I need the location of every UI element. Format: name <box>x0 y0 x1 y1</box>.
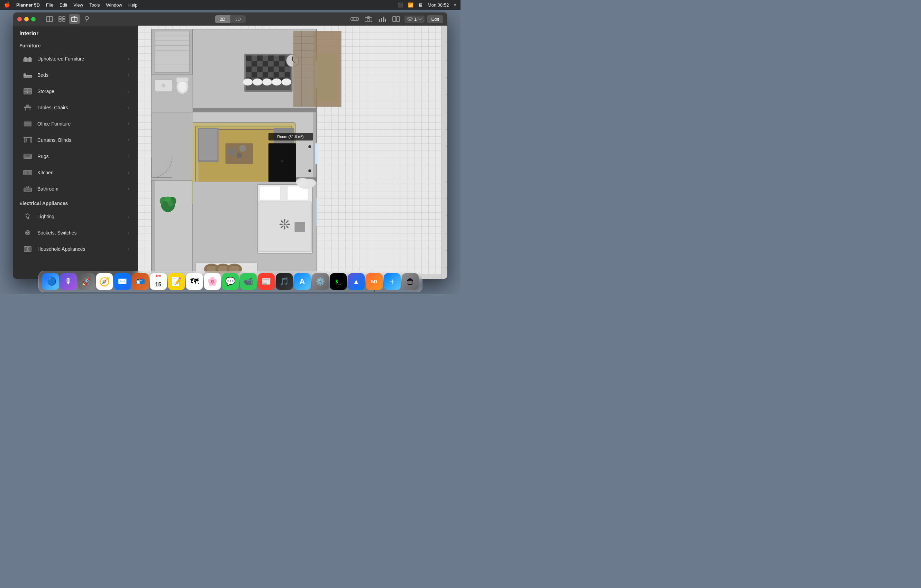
dock-trash[interactable]: 🗑 <box>402 273 419 290</box>
menubar-file[interactable]: File <box>46 2 53 8</box>
dock-news[interactable]: 📰 <box>258 273 275 290</box>
dock-photos[interactable]: 🌸 <box>204 273 221 290</box>
svg-rect-11 <box>351 18 358 20</box>
sidebar-label-upholstered: Upholstered Furniture <box>37 56 128 62</box>
dock-calendar[interactable]: APR 15 <box>150 273 167 290</box>
bathroom-icon <box>21 184 34 194</box>
sidebar-item-kitchen[interactable]: Kitchen › <box>15 165 136 180</box>
floor-plan-svg: ■ Room (81.6 m²) <box>138 26 447 279</box>
svg-rect-24 <box>397 16 400 21</box>
svg-rect-91 <box>252 61 257 67</box>
svg-rect-53 <box>24 171 27 174</box>
toolbar-grid-btn[interactable] <box>56 14 67 24</box>
sidebar-label-kitchen: Kitchen <box>37 170 128 175</box>
sidebar-item-curtains[interactable]: Curtains, Blinds › <box>15 132 136 148</box>
menubar-help[interactable]: Help <box>129 2 138 8</box>
dock-planner[interactable]: 5D <box>366 273 382 290</box>
edit-button[interactable]: Edit <box>427 15 443 23</box>
toolbar-camera-btn[interactable] <box>363 14 374 24</box>
menubar-display-icon[interactable]: 🖥 <box>418 2 423 8</box>
dock-finder[interactable]: 🔵 <box>42 273 59 290</box>
dock-messages[interactable]: 💬 <box>222 273 239 290</box>
sidebar-item-appliances[interactable]: Household Appliances › <box>15 241 136 257</box>
close-button[interactable] <box>17 17 22 21</box>
dock-safari[interactable]: 🧭 <box>96 273 113 290</box>
menubar-app-name[interactable]: Planner 5D <box>16 2 40 8</box>
menubar-view[interactable]: View <box>73 2 83 8</box>
toolbar-stats-btn[interactable] <box>377 14 388 24</box>
sidebar-item-lighting[interactable]: Lighting › <box>15 209 136 224</box>
toolbar-measure-btn[interactable] <box>349 14 360 24</box>
dock-altair[interactable]: ▲ <box>348 273 364 290</box>
sockets-icon <box>21 228 34 238</box>
toolbar-floorplan-btn[interactable] <box>44 14 55 24</box>
menubar-menu-icon[interactable]: ≡ <box>454 2 456 8</box>
dock-maps[interactable]: 🗺 <box>186 273 203 290</box>
svg-rect-29 <box>23 59 24 62</box>
right-ruler <box>441 26 447 279</box>
svg-point-112 <box>262 78 272 85</box>
chevron-curtains: › <box>128 138 129 143</box>
svg-rect-30 <box>31 59 32 62</box>
svg-line-65 <box>30 214 30 214</box>
svg-rect-27 <box>24 57 27 62</box>
dock-addfiles[interactable]: + <box>384 273 401 290</box>
svg-point-113 <box>272 78 282 85</box>
sidebar-category-furniture: Furniture <box>13 39 138 50</box>
sidebar-item-office[interactable]: Office Furniture › <box>15 116 136 132</box>
svg-line-175 <box>317 112 330 126</box>
sidebar-item-tables[interactable]: Tables, Chairs › <box>15 100 136 115</box>
dock-siri[interactable]: 🎙 <box>60 273 77 290</box>
toolbar-pin-btn[interactable] <box>81 14 93 24</box>
sidebar-label-rugs: Rugs <box>37 154 128 159</box>
chevron-sockets: › <box>128 231 129 235</box>
maximize-button[interactable] <box>31 17 36 21</box>
svg-point-36 <box>27 89 28 91</box>
svg-rect-74 <box>24 247 26 248</box>
chevron-office: › <box>128 122 129 126</box>
svg-rect-41 <box>26 105 29 107</box>
menubar-wifi-icon[interactable]: 📶 <box>408 2 413 8</box>
svg-text:Room (81.6 m²): Room (81.6 m²) <box>277 135 303 139</box>
dock-facetime[interactable]: 📹 <box>240 273 257 290</box>
dock-contacts[interactable]: 📬 <box>132 273 149 290</box>
dock-appstore[interactable]: A <box>294 273 311 290</box>
view-3d-btn[interactable]: 3D <box>230 15 246 23</box>
dock-music[interactable]: 🎵 <box>276 273 293 290</box>
dock-launchpad[interactable]: 🚀 <box>78 273 95 290</box>
dock-notes[interactable]: 📝 <box>168 273 185 290</box>
chevron-rugs: › <box>128 154 129 159</box>
dock-terminal[interactable]: $_ <box>330 273 347 290</box>
layer-count: 1 <box>414 16 417 22</box>
minimize-button[interactable] <box>24 17 29 21</box>
dock-mail[interactable]: ✉️ <box>114 273 131 290</box>
svg-rect-102 <box>285 72 290 78</box>
canvas-area[interactable]: ■ Room (81.6 m²) <box>138 26 447 279</box>
view-2d-btn[interactable]: 2D <box>215 15 230 23</box>
menubar-window[interactable]: Window <box>106 2 122 8</box>
sidebar-item-upholstered[interactable]: Upholstered Furniture › <box>15 51 136 67</box>
svg-point-9 <box>85 16 89 20</box>
titlebar: 2D 3D <box>13 13 447 26</box>
menubar-tools[interactable]: Tools <box>89 2 100 8</box>
svg-text:🔵: 🔵 <box>47 277 56 286</box>
menubar-control-icon[interactable]: ⬛ <box>397 2 403 8</box>
sidebar-item-sockets[interactable]: Sockets, Switches › <box>15 225 136 241</box>
kitchen-icon <box>21 168 34 177</box>
dock: 🔵 🎙 🚀 🧭 ✉️ 📬 APR 15 📝 🗺 🌸 💬 📹 📰 🎵 A <box>38 271 422 292</box>
apple-menu[interactable]: 🍎 <box>4 2 10 8</box>
sidebar-item-rugs[interactable]: Rugs › <box>15 148 136 164</box>
beds-icon <box>21 70 34 80</box>
sidebar-item-beds[interactable]: Beds › <box>15 67 136 83</box>
svg-point-190 <box>162 84 165 87</box>
svg-text:❊: ❊ <box>279 217 291 232</box>
lighting-icon <box>21 212 34 221</box>
layer-control[interactable]: 1 <box>404 16 424 23</box>
menubar: 🍎 Planner 5D File Edit View Tools Window… <box>0 0 460 10</box>
toolbar-compare-btn[interactable] <box>391 14 402 24</box>
dock-settings[interactable]: ⚙️ <box>312 273 329 290</box>
toolbar-view3d-btn[interactable] <box>69 14 80 24</box>
sidebar-item-bathroom[interactable]: Bathroom › <box>15 181 136 197</box>
menubar-edit[interactable]: Edit <box>60 2 67 8</box>
sidebar-item-storage[interactable]: Storage › <box>15 83 136 99</box>
